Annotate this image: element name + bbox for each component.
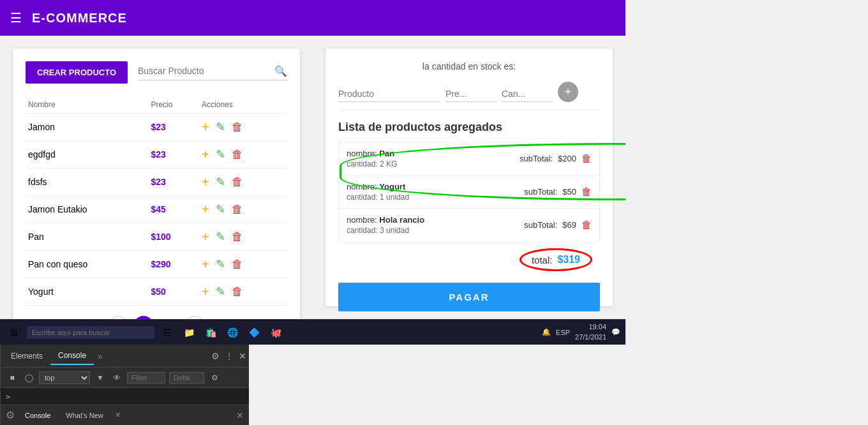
device-icon[interactable]: ◯ bbox=[22, 371, 35, 384]
top-controls: CREAR PRODUCTO 🔍 bbox=[26, 61, 287, 84]
chrome-icon[interactable]: 🌐 bbox=[223, 324, 241, 341]
menu-icon[interactable]: ☰ bbox=[10, 10, 22, 26]
item-name: nombre: Hola rancio bbox=[347, 215, 424, 225]
precio-input[interactable] bbox=[445, 86, 497, 102]
product-name-cell: Jamon Eutakio bbox=[26, 196, 148, 223]
add-to-cart-button[interactable]: + bbox=[202, 121, 209, 133]
git-icon[interactable]: 🐙 bbox=[267, 324, 285, 341]
delete-product-button[interactable]: 🗑 bbox=[232, 148, 243, 161]
item-cantidad: cantidad: 2 KG bbox=[347, 160, 397, 168]
delete-product-button[interactable]: 🗑 bbox=[232, 258, 243, 271]
product-actions-cell: + ✎ 🗑 bbox=[199, 278, 287, 306]
folder-icon[interactable]: 📁 bbox=[180, 324, 198, 341]
list-item: nombre: Yogurt cantidad: 1 unidad subTot… bbox=[339, 175, 599, 209]
whats-new-close-icon[interactable]: ✕ bbox=[115, 411, 121, 419]
default-input[interactable] bbox=[169, 372, 204, 384]
taskview-icon[interactable]: ☷ bbox=[158, 324, 176, 341]
total-value: $319 bbox=[557, 254, 580, 265]
total-label: total: bbox=[532, 255, 553, 265]
product-actions-cell: + ✎ 🗑 bbox=[199, 223, 287, 251]
add-item-button[interactable]: + bbox=[558, 82, 578, 102]
table-row: egdfgd $23 + ✎ 🗑 bbox=[26, 141, 287, 168]
col-precio: Precio bbox=[148, 96, 199, 114]
add-to-cart-button[interactable]: + bbox=[202, 203, 209, 216]
devtools-tabs-bar: Elements Console » ⚙ ⋮ ✕ bbox=[1, 345, 249, 368]
subtotal-value: $50 bbox=[562, 187, 576, 197]
edit-product-button[interactable]: ✎ bbox=[216, 285, 225, 299]
devtools-close-icon[interactable]: ✕ bbox=[239, 351, 246, 361]
bottom-tab-whats-new[interactable]: What's New bbox=[61, 409, 108, 422]
delete-product-button[interactable]: 🗑 bbox=[232, 203, 243, 216]
item-info: nombre: Hola rancio cantidad: 3 unidad bbox=[347, 215, 424, 235]
chat-icon[interactable]: 💬 bbox=[611, 328, 620, 336]
devtools-bottom-bar: ⚙ Console What's New ✕ ✕ bbox=[1, 405, 249, 425]
language-label: ESP bbox=[556, 329, 570, 336]
item-cantidad: cantidad: 3 unidad bbox=[347, 226, 424, 235]
dropdown-icon[interactable]: ▼ bbox=[94, 371, 107, 384]
filter-input[interactable] bbox=[127, 372, 165, 384]
date-value: 27/1/2021 bbox=[575, 332, 606, 342]
crear-producto-button[interactable]: CREAR PRODUCTO bbox=[26, 61, 128, 84]
delete-product-button[interactable]: 🗑 bbox=[232, 175, 243, 189]
eye-icon[interactable]: 👁 bbox=[110, 371, 123, 384]
product-actions-cell: + ✎ 🗑 bbox=[199, 168, 287, 196]
add-to-cart-button[interactable]: + bbox=[202, 258, 209, 271]
tab-console[interactable]: Console bbox=[50, 347, 94, 365]
add-to-cart-button[interactable]: + bbox=[202, 230, 209, 243]
devtools-gear-icon[interactable]: ⚙ bbox=[208, 371, 221, 384]
subtotal-value: $200 bbox=[558, 154, 576, 163]
cantidad-input[interactable] bbox=[502, 86, 553, 102]
remove-item-button[interactable]: 🗑 bbox=[581, 153, 592, 165]
product-price-cell: $23 bbox=[148, 141, 199, 168]
remove-item-button[interactable]: 🗑 bbox=[581, 220, 592, 231]
list-title: Lista de productos agregados bbox=[338, 121, 600, 134]
notification-icon[interactable]: 🔔 bbox=[542, 328, 551, 336]
edit-product-button[interactable]: ✎ bbox=[216, 175, 225, 189]
table-row: fdsfs $23 + ✎ 🗑 bbox=[26, 168, 287, 196]
product-card: CREAR PRODUCTO 🔍 Nombre Precio Acciones bbox=[13, 48, 300, 319]
producto-input[interactable] bbox=[338, 86, 440, 102]
add-product-row: + bbox=[338, 82, 600, 110]
edit-product-button[interactable]: ✎ bbox=[216, 120, 225, 134]
edit-product-button[interactable]: ✎ bbox=[216, 147, 225, 161]
tab-elements[interactable]: Elements bbox=[3, 348, 50, 364]
app-title: E-COMMERCE bbox=[32, 11, 127, 26]
context-select[interactable]: top bbox=[39, 371, 90, 384]
item-cantidad: cantidad: 1 unidad bbox=[347, 193, 409, 202]
edit-product-button[interactable]: ✎ bbox=[216, 257, 225, 271]
product-name-cell: Jamon bbox=[26, 114, 148, 141]
search-input[interactable] bbox=[138, 66, 274, 76]
edit-product-button[interactable]: ✎ bbox=[216, 230, 225, 244]
product-name-cell: Pan con queso bbox=[26, 251, 148, 278]
add-to-cart-button[interactable]: + bbox=[202, 148, 209, 161]
vscode-icon[interactable]: 🔷 bbox=[245, 324, 263, 341]
devtools-bottom-close-icon[interactable]: ✕ bbox=[236, 410, 244, 421]
devtools-settings-icon[interactable]: ⚙ bbox=[211, 351, 220, 361]
stock-notice: la cantidad en stock es: bbox=[338, 61, 600, 71]
remove-item-button[interactable]: 🗑 bbox=[581, 186, 592, 198]
delete-product-button[interactable]: 🗑 bbox=[232, 230, 243, 244]
col-nombre: Nombre bbox=[26, 96, 148, 114]
more-tabs-icon[interactable]: » bbox=[94, 351, 107, 361]
item-info: nombre: Yogurt cantidad: 1 unidad bbox=[347, 182, 409, 202]
windows-icon[interactable]: ⊞ bbox=[5, 324, 23, 341]
product-actions-cell: + ✎ 🗑 bbox=[199, 196, 287, 223]
add-to-cart-button[interactable]: + bbox=[202, 175, 209, 188]
product-table: Nombre Precio Acciones Jamon $23 + ✎ 🗑 e bbox=[26, 96, 287, 306]
delete-product-button[interactable]: 🗑 bbox=[232, 121, 243, 134]
pagar-button[interactable]: PAGAR bbox=[338, 283, 600, 311]
add-to-cart-button[interactable]: + bbox=[202, 285, 209, 298]
devtools-settings-icon-2[interactable]: ⚙ bbox=[6, 409, 15, 421]
devtools-dots-icon[interactable]: ⋮ bbox=[225, 351, 234, 361]
taskbar-search-input[interactable] bbox=[27, 326, 154, 339]
table-row: Jamon $23 + ✎ 🗑 bbox=[26, 114, 287, 141]
taskbar-right: 🔔 ESP 19:04 27/1/2021 💬 bbox=[542, 322, 620, 342]
store-icon[interactable]: 🛍️ bbox=[202, 324, 220, 341]
product-name-cell: Yogurt bbox=[26, 278, 148, 306]
edit-product-button[interactable]: ✎ bbox=[216, 202, 225, 216]
delete-product-button[interactable]: 🗑 bbox=[232, 285, 243, 299]
bottom-tab-console[interactable]: Console bbox=[20, 409, 56, 422]
devtools-action-icons: ⚙ ⋮ ✕ bbox=[211, 351, 246, 361]
table-row: Pan $100 + ✎ 🗑 bbox=[26, 223, 287, 251]
inspect-icon[interactable]: ■ bbox=[6, 371, 19, 384]
